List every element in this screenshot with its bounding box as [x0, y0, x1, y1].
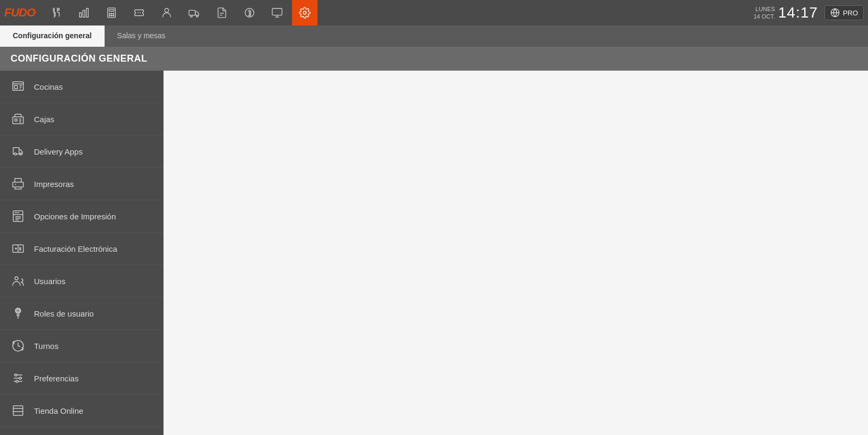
- svg-rect-2: [80, 13, 82, 17]
- globe-icon: [830, 8, 840, 18]
- cash-register-icon: [11, 112, 25, 126]
- nav-icons: [44, 0, 399, 25]
- sidebar: Cocinas Cajas: [0, 71, 164, 435]
- page-title: CONFIGURACIÓN GENERAL: [0, 47, 868, 71]
- printer-icon: [11, 176, 25, 191]
- delivery-apps-icon: [11, 144, 25, 159]
- tab-salas-mesas[interactable]: Salas y mesas: [105, 25, 178, 47]
- clock-time: 14:17: [778, 4, 818, 21]
- sidebar-label-usuarios: Usuarios: [34, 277, 65, 286]
- nav-gear-button[interactable]: [292, 0, 317, 25]
- shifts-icon: [11, 338, 25, 353]
- svg-point-16: [191, 15, 193, 18]
- nav-delivery-button[interactable]: [182, 0, 207, 25]
- clock-date: LUNES 14 OCT.: [753, 5, 775, 21]
- main-layout: Cocinas Cajas: [0, 71, 868, 435]
- sidebar-item-usuarios[interactable]: Usuarios: [0, 265, 164, 297]
- sidebar-item-roles[interactable]: Roles de usuario: [0, 297, 164, 330]
- tabs-bar: Configuración general Salas y mesas: [0, 25, 868, 47]
- svg-point-8: [111, 13, 112, 14]
- svg-point-38: [14, 153, 16, 155]
- svg-point-14: [165, 8, 169, 12]
- kitchen-icon: [11, 79, 25, 94]
- pro-label: PRO: [843, 9, 858, 17]
- sidebar-item-impresoras[interactable]: Impresoras: [0, 168, 164, 200]
- svg-point-7: [109, 13, 110, 14]
- svg-point-10: [109, 15, 110, 16]
- svg-point-59: [15, 374, 17, 376]
- print-options-icon: [11, 209, 25, 224]
- svg-rect-34: [15, 119, 17, 121]
- svg-point-60: [19, 377, 21, 379]
- nav-monitor-button[interactable]: [264, 0, 290, 25]
- pro-badge[interactable]: PRO: [824, 5, 864, 20]
- svg-rect-3: [83, 10, 85, 17]
- sidebar-label-cajas: Cajas: [34, 115, 54, 124]
- invoice-icon: [11, 241, 25, 256]
- sidebar-label-cocinas: Cocinas: [34, 82, 63, 91]
- sidebar-label-facturacion: Facturación Electrónica: [34, 244, 117, 253]
- sidebar-item-cocinas[interactable]: Cocinas: [0, 71, 164, 103]
- svg-rect-15: [189, 10, 195, 15]
- svg-rect-54: [16, 309, 20, 313]
- roles-icon: [11, 306, 25, 321]
- svg-rect-4: [87, 8, 89, 18]
- tab-configuracion-general[interactable]: Configuración general: [0, 25, 105, 47]
- nav-document-button[interactable]: [209, 0, 235, 25]
- sidebar-item-facturacion[interactable]: Facturación Electrónica: [0, 233, 164, 265]
- sidebar-item-opciones-impresion[interactable]: Opciones de Impresión: [0, 200, 164, 233]
- svg-point-17: [196, 15, 199, 18]
- svg-rect-64: [13, 406, 23, 415]
- svg-rect-33: [13, 117, 23, 124]
- store-icon: [11, 403, 25, 418]
- sidebar-label-tienda-online: Tienda Online: [34, 406, 83, 415]
- svg-point-11: [111, 15, 112, 16]
- nav-ticket-button[interactable]: [126, 0, 152, 25]
- sidebar-label-turnos: Turnos: [34, 342, 58, 351]
- sidebar-label-preferencias: Preferencias: [34, 374, 79, 383]
- sidebar-item-turnos[interactable]: Turnos: [0, 330, 164, 362]
- svg-rect-29: [14, 86, 18, 89]
- svg-rect-40: [13, 182, 23, 187]
- svg-point-61: [16, 380, 18, 382]
- nav-person-button[interactable]: [154, 0, 179, 25]
- sidebar-label-delivery-apps: Delivery Apps: [34, 147, 83, 156]
- svg-point-53: [17, 310, 19, 312]
- preferences-icon: [11, 371, 25, 386]
- content-area: [164, 71, 868, 435]
- svg-point-24: [304, 11, 307, 14]
- svg-point-12: [113, 15, 114, 16]
- sidebar-label-impresoras: Impresoras: [34, 180, 74, 189]
- svg-point-51: [20, 249, 21, 250]
- nav-calculator-button[interactable]: [99, 0, 124, 25]
- svg-point-50: [20, 248, 21, 249]
- nav-utensils-button[interactable]: [44, 0, 69, 25]
- sidebar-item-tienda-online[interactable]: Tienda Online: [0, 395, 164, 427]
- clock-area: LUNES 14 OCT. 14:17: [753, 4, 818, 21]
- top-nav: FUDO: [0, 0, 868, 25]
- sidebar-label-opciones-impresion: Opciones de Impresión: [34, 212, 116, 221]
- svg-rect-21: [272, 8, 282, 15]
- svg-point-52: [15, 277, 18, 280]
- nav-chart-button[interactable]: [71, 0, 97, 25]
- sidebar-label-roles: Roles de usuario: [34, 309, 94, 318]
- svg-rect-6: [109, 10, 114, 12]
- users-icon: [11, 274, 25, 288]
- sidebar-item-cajas[interactable]: Cajas: [0, 103, 164, 135]
- svg-point-9: [113, 13, 114, 14]
- sidebar-item-delivery-apps[interactable]: Delivery Apps: [0, 135, 164, 168]
- sidebar-item-preferencias[interactable]: Preferencias: [0, 362, 164, 395]
- app-logo: FUDO: [4, 6, 35, 20]
- nav-dollar-button[interactable]: [237, 0, 262, 25]
